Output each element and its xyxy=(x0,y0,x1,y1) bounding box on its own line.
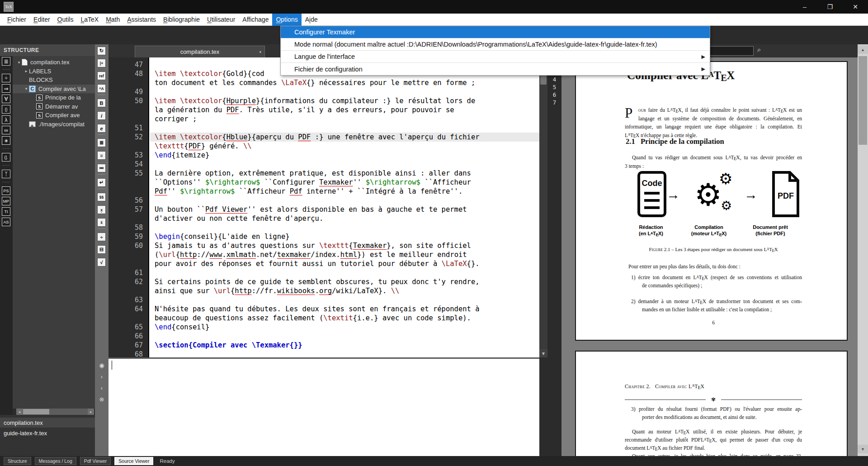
code-line[interactable]: ton document et les commandes \LaTeX{} n… xyxy=(150,78,539,87)
code-line[interactable]: \item \textcolor{Hblue}{aperçu du PDF :}… xyxy=(150,133,539,142)
font-size-icon[interactable]: ᴬA xyxy=(97,84,106,93)
code-line[interactable]: \begin{conseil}{L'aide en ligne} xyxy=(150,232,539,241)
bold-icon[interactable]: B xyxy=(97,99,106,107)
scroll-up-icon[interactable]: ▲ xyxy=(858,45,868,54)
sqrt-icon[interactable]: √ xyxy=(97,258,106,266)
tree-item-images-compilat[interactable]: ./Images/compilat xyxy=(13,120,95,128)
menu-item-fichier[interactable]: Fichier xyxy=(4,14,30,26)
code-line[interactable]: la génération du PDF. Très utile, s'il y… xyxy=(150,105,539,114)
next-error-icon[interactable]: › xyxy=(98,373,105,380)
show-log-icon[interactable]: ◉ xyxy=(98,362,105,369)
code-line[interactable]: N'hésite pas quand tu débutes. Les deux … xyxy=(150,304,539,314)
newline-icon[interactable]: ↵ xyxy=(97,178,106,187)
menu-item-options[interactable]: Options xyxy=(272,14,301,26)
source-editor[interactable]: 4748495051525354555657585960616263646566… xyxy=(108,57,539,357)
code-line[interactable]: ``Options'' $\rightarrow$ ``Configurer T… xyxy=(150,178,539,187)
close-button[interactable]: ✕ xyxy=(843,0,868,14)
file-item-compilation-tex[interactable]: compilation.tex xyxy=(0,418,95,428)
maximize-button[interactable]: ❐ xyxy=(817,0,843,14)
statusbar-button-source-viewer[interactable]: Source Viewer xyxy=(114,457,153,465)
statusbar-button-pdf-viewer[interactable]: Pdf Viewer xyxy=(80,457,111,465)
code-line[interactable] xyxy=(150,87,539,96)
menu-item-math[interactable]: Math xyxy=(102,14,123,26)
emph-icon[interactable]: e xyxy=(97,124,106,133)
brackets-icon[interactable]: (]. xyxy=(2,153,10,162)
prev-error-icon[interactable]: ‹ xyxy=(98,385,105,391)
code-line[interactable]: pour avoir des réponses et fournit aussi… xyxy=(150,259,539,268)
pdf-view[interactable]: Compiler avec LATEXPour faire du LATEX, … xyxy=(561,57,858,456)
scroll-right-icon[interactable]: ▸ xyxy=(88,409,94,415)
tree-item-labels[interactable]: ▸LABELS xyxy=(13,67,95,76)
code-line[interactable]: Un bouton ``Pdf Viewer'' est alors dispo… xyxy=(150,205,539,214)
tree-item-compilation-tex[interactable]: ▾compilation.tex xyxy=(13,58,95,67)
menu-item-langue-de-l-interface[interactable]: Langue de l'interface▶ xyxy=(281,51,710,63)
wizard-icon[interactable]: |+ xyxy=(97,59,106,67)
scrollbar-thumb[interactable] xyxy=(23,409,49,414)
menu-item-assistants[interactable]: Assistants xyxy=(123,14,160,26)
pdf-page-number[interactable]: 4 xyxy=(547,76,561,83)
structure-tab-icon[interactable]: ≣ xyxy=(2,57,10,66)
search-icon[interactable]: ⌕ xyxy=(757,46,761,54)
misc-math-icon[interactable]: ∀ xyxy=(2,95,10,103)
code-line[interactable]: Si certains points de ce guide te semble… xyxy=(150,277,539,286)
code-line[interactable]: \item \textcolor{Hpurple}{informations d… xyxy=(150,96,539,105)
refresh-structure-icon[interactable]: ↻ xyxy=(97,47,106,55)
code-line[interactable]: \texttt{PDF} généré. \\ xyxy=(150,142,539,151)
delimiters-icon[interactable]: {} xyxy=(2,105,10,114)
close-log-icon[interactable]: ⊗ xyxy=(98,396,105,403)
scroll-down-icon[interactable]: ▼ xyxy=(539,349,547,357)
code-area[interactable]: \item \textcolor{Gold}{codton document e… xyxy=(150,57,539,357)
frac-icon[interactable]: ÷ xyxy=(97,233,106,241)
code-line[interactable]: (\url{http://www.xmlmath.net/texmaker/in… xyxy=(150,250,539,259)
ref-icon[interactable]: ref xyxy=(97,71,106,80)
enumerate-icon[interactable]: ≡ xyxy=(97,151,106,160)
file-item-guide-latex-fr-tex[interactable]: guide-latex-fr.tex xyxy=(0,428,95,438)
menu-item-configurer-texmaker[interactable]: Configurer Texmaker xyxy=(281,26,710,38)
statusbar-button-structure[interactable]: Structure xyxy=(4,457,31,465)
scrollbar-thumb[interactable] xyxy=(859,56,867,145)
pdf-page-number[interactable]: 6 xyxy=(547,91,561,99)
inline-math-icon[interactable]: $$ xyxy=(97,193,106,201)
tree-item-compiler-avec-la[interactable]: ▾CCompiler avec \La xyxy=(13,85,95,93)
code-line[interactable] xyxy=(150,332,539,341)
italic-icon[interactable]: i xyxy=(97,111,106,120)
code-line[interactable]: \end{itemize} xyxy=(150,151,539,160)
code-line[interactable]: Si jamais tu as d'autres questions sur \… xyxy=(150,241,539,250)
log-panel[interactable] xyxy=(108,359,539,456)
pdf-page-number[interactable]: 7 xyxy=(547,99,561,106)
editor-vscrollbar[interactable]: ▼ xyxy=(539,57,547,357)
code-line[interactable]: Pdf'' $\rightarrow$ ``Afficheur Pdf inte… xyxy=(150,187,539,196)
pdf-vscrollbar[interactable]: ▲ ▼ xyxy=(858,44,868,456)
relation-symbols-icon[interactable]: ÷ xyxy=(2,74,10,82)
arrow-symbols-icon[interactable]: ⇒ xyxy=(2,84,10,93)
code-line[interactable]: corriger ; xyxy=(150,114,539,124)
code-line[interactable]: \end{conseil} xyxy=(150,323,539,332)
tikz-icon[interactable]: TI xyxy=(2,207,10,216)
menu-item-latex[interactable]: LaTeX xyxy=(77,14,102,26)
menu-item-bibliographie[interactable]: Bibliographie xyxy=(160,14,203,26)
menu-item-affichage[interactable]: Affichage xyxy=(239,14,272,26)
code-line[interactable] xyxy=(150,350,539,357)
expander-expanded-icon[interactable]: ▾ xyxy=(24,86,29,91)
code-line[interactable]: ainsi que sur \url{http://fr.wikibooks.o… xyxy=(150,286,539,295)
expander-collapsed-icon[interactable]: ▸ xyxy=(24,69,29,73)
user-symbols-icon[interactable]: ᛉ xyxy=(2,170,10,178)
superscript-icon[interactable]: x̽ xyxy=(97,218,106,227)
tree-item-principe-de-la[interactable]: SPrincipe de la xyxy=(13,93,95,102)
code-line[interactable] xyxy=(150,268,539,277)
code-line[interactable] xyxy=(150,196,539,205)
misc-symbols-icon[interactable]: ∞ xyxy=(2,126,10,134)
metapost-icon[interactable]: MP xyxy=(2,197,10,205)
menu-item-utilisateur[interactable]: Utilisateur xyxy=(203,14,239,26)
tree-item-d-marrer-av[interactable]: SDémarrer av xyxy=(13,102,95,111)
pstricks-icon[interactable]: PS xyxy=(2,186,10,195)
code-line[interactable] xyxy=(150,223,539,232)
menu-item-mode-normal-document-ma-tre-actuel-d-adr[interactable]: Mode normal (document maître actuel :D:\… xyxy=(281,38,710,51)
scroll-down-icon[interactable]: ▼ xyxy=(858,445,868,453)
code-line[interactable]: d'activer ou non cette fenêtre d'aperçu. xyxy=(150,214,539,223)
code-line[interactable] xyxy=(150,295,539,304)
scroll-left-icon[interactable]: ◂ xyxy=(16,409,23,415)
structure-hscrollbar[interactable]: ◂ ▸ xyxy=(16,409,94,415)
statusbar-button-messages-log[interactable]: Messages / Log xyxy=(35,457,76,465)
minimize-button[interactable]: – xyxy=(792,0,817,14)
